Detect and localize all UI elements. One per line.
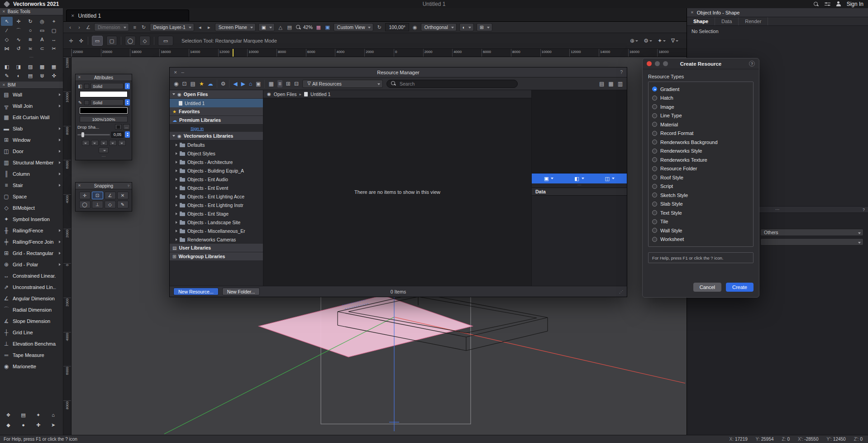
resize-grip[interactable]: ⋰ [619, 289, 623, 294]
eyedropper-tool[interactable]: ✎ [1, 71, 13, 80]
radio-icon[interactable] [652, 140, 657, 144]
resource-type-option[interactable]: Record Format [652, 129, 749, 138]
bim-tool-item[interactable]: ∠ Angular Dimension [0, 293, 63, 304]
breadcrumb-current[interactable]: Untitled 1 [310, 91, 330, 97]
dimension-standard-dropdown[interactable]: Dimension [94, 23, 129, 31]
preview-pane-icon[interactable]: ▤ [599, 81, 604, 87]
snap-to-point[interactable]: ◇ [105, 201, 116, 208]
nav-back-icon[interactable]: ◀ [233, 81, 237, 87]
tree-folder-item[interactable]: Objects - Ent Lighting Acce [170, 192, 263, 201]
apply-texture-icon[interactable]: ▣ [544, 176, 553, 182]
snap-to-tangent[interactable]: ✎ [117, 201, 129, 208]
freehand-tool[interactable]: ∿ [13, 35, 24, 44]
bim-tool-item[interactable]: ║ Column [0, 168, 63, 179]
angle-snap-icon[interactable]: ∠ [85, 24, 91, 30]
rotate-tool[interactable]: ↺ [13, 44, 24, 53]
pen-style-stepper[interactable] [125, 99, 130, 106]
disclosure-closed-icon[interactable] [176, 238, 177, 241]
rounded-rectangle-tool[interactable]: ▢ [48, 26, 60, 35]
fill-style-stepper[interactable] [125, 83, 130, 89]
resource-type-option[interactable]: Renderworks Texture [652, 155, 749, 164]
radio-icon[interactable] [652, 193, 657, 197]
saved-view-blue-icon[interactable]: ▣ [324, 24, 331, 30]
gear-icon[interactable]: ⚙ [221, 81, 226, 87]
bim-tool-item[interactable]: ∡ Slope Dimension [0, 315, 63, 327]
tree-folder-item[interactable]: Object Styles [170, 149, 263, 158]
resource-type-option[interactable]: Worksheet [652, 235, 749, 244]
nav-back-icon[interactable]: ‹ [67, 24, 73, 30]
pen-style-dropdown[interactable]: Solid [91, 99, 124, 106]
pan-tool[interactable]: ✛ [13, 17, 24, 26]
disclosure-closed-icon[interactable] [176, 187, 177, 189]
close-icon[interactable]: ✕ [78, 184, 81, 188]
line-options-dropdown[interactable] [118, 140, 126, 146]
bim-tool-item[interactable]: ⊥ Elevation Benchma... [0, 338, 63, 349]
bim-tool-item[interactable]: ▦ Edit Curtain Wall [0, 111, 63, 123]
new-folder-button[interactable]: New Folder... [222, 288, 260, 295]
help-icon[interactable]: ? [128, 184, 129, 188]
resource-manager-titlebar[interactable]: ✕ ─ Resource Manager ? [170, 67, 627, 77]
divider-drag-handle[interactable]: ⋯ [775, 207, 780, 212]
resource-type-option[interactable]: Tile [652, 217, 749, 226]
selection-options-icon[interactable]: ✜ [78, 38, 84, 44]
tree-file-item[interactable]: Untitled 1 [170, 99, 263, 107]
tree-favorites-header[interactable]: ★ Favorites [170, 107, 263, 116]
attribute-mapping-tool[interactable]: ◧ [1, 62, 13, 71]
bim-tool-item[interactable]: ▬ Slab [0, 123, 63, 134]
text-tool[interactable]: A [36, 35, 48, 44]
class-list-icon[interactable]: ≡ [132, 24, 138, 30]
rotate-view-icon[interactable]: ↻ [376, 24, 382, 30]
disclosure-closed-icon[interactable] [176, 204, 177, 207]
library-book-icon[interactable]: ▤ [191, 81, 196, 87]
snap-to-distance[interactable]: ◯ [79, 201, 91, 208]
radio-icon[interactable] [652, 87, 657, 91]
radio-icon[interactable] [652, 149, 657, 154]
resource-type-option[interactable]: Material [652, 120, 749, 129]
bim-tool-item[interactable]: ↔ Constrained Linear... [0, 270, 63, 281]
secondary-dropdown[interactable] [760, 238, 863, 246]
fill-style-dropdown[interactable]: Solid [91, 83, 124, 89]
radio-icon[interactable] [652, 237, 657, 242]
print-icon[interactable]: ⊡ [182, 81, 186, 87]
palette-resize-handle[interactable]: ⋯ [76, 153, 132, 160]
saved-view-pink-icon[interactable]: ▦ [315, 24, 322, 30]
bim-tool-item[interactable]: ═ Tape Measure [0, 349, 63, 361]
document-tab[interactable]: ✕ Untitled 1 [66, 10, 189, 21]
radio-icon[interactable] [652, 202, 657, 207]
control-center-icon[interactable] [825, 2, 830, 6]
polygon-tool[interactable]: ◇ [1, 35, 13, 44]
saved-view-dropdown[interactable]: Custom View [334, 23, 374, 31]
fillet-tool[interactable]: ⊂ [36, 44, 48, 53]
utility-tool-4[interactable]: ⌂ [46, 410, 61, 420]
help-icon[interactable]: ? [749, 61, 755, 67]
resource-type-option[interactable]: Image [652, 102, 749, 111]
line-end-right-dropdown[interactable] [109, 140, 117, 146]
drop-shadow-swatch-button[interactable] [115, 124, 122, 130]
close-icon[interactable]: ✕ [2, 10, 5, 14]
tab-data[interactable]: Data [715, 17, 739, 25]
snap-to-edge[interactable]: ⊥ [92, 201, 103, 208]
radio-icon[interactable] [652, 113, 657, 118]
bim-tool-item[interactable]: ⊞ Grid - Rectangular [0, 247, 63, 259]
apply-style-icon[interactable]: ◫ [605, 176, 615, 182]
tree-premium-header[interactable]: ☁ Premium Libraries [170, 116, 263, 125]
radio-icon[interactable] [652, 219, 657, 224]
tree-folder-item[interactable]: Renderworks Cameras [170, 235, 263, 244]
zoom-marquee-icon[interactable]: ⊕ [630, 38, 638, 44]
line-end-left-dropdown[interactable] [82, 140, 90, 146]
tab-render[interactable]: Render [739, 17, 768, 25]
utility-tool-8[interactable]: ➤ [46, 420, 61, 430]
clip-tool[interactable]: ✂ [48, 44, 60, 53]
snap-loupe-tool[interactable]: ⌖ [48, 17, 60, 26]
selection-preferences-button[interactable]: ▭ [158, 36, 173, 46]
close-icon[interactable]: ✕ [691, 11, 694, 14]
refresh-icon[interactable]: ↻ [141, 24, 147, 30]
polygon-marquee-mode-button[interactable]: ◇ [139, 36, 150, 46]
disclosure-open-icon[interactable] [172, 135, 175, 137]
disclosure-closed-icon[interactable] [176, 221, 177, 224]
snapping-header[interactable]: ✕ Snapping ? [76, 183, 132, 189]
close-icon[interactable]: ✕ [2, 83, 5, 87]
sign-in-button[interactable]: Sign In [847, 1, 863, 7]
tree-workgroup-libraries-header[interactable]: ⊞ Workgroup Libraries [170, 252, 263, 261]
snap-to-angle[interactable]: ∠ [105, 192, 116, 199]
